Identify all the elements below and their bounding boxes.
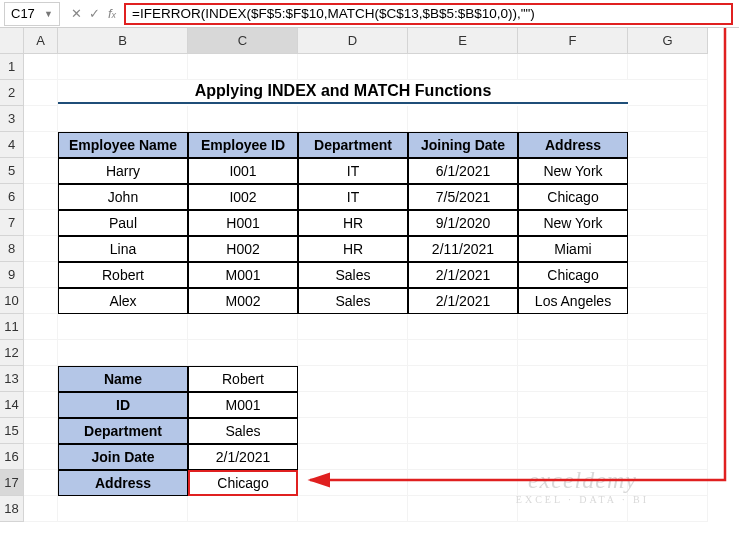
cell[interactable] <box>628 392 708 418</box>
lookup-value[interactable]: 2/1/2021 <box>188 444 298 470</box>
table-cell[interactable]: IT <box>298 158 408 184</box>
cell[interactable] <box>24 470 58 496</box>
row-head[interactable]: 12 <box>0 340 24 366</box>
table-cell[interactable]: New York <box>518 210 628 236</box>
cell[interactable] <box>24 184 58 210</box>
table-cell[interactable]: HR <box>298 210 408 236</box>
name-box[interactable]: C17 ▼ <box>4 2 60 26</box>
cell[interactable] <box>408 418 518 444</box>
lookup-value[interactable]: Sales <box>188 418 298 444</box>
cell[interactable] <box>188 496 298 522</box>
row-head[interactable]: 10 <box>0 288 24 314</box>
cell[interactable] <box>628 288 708 314</box>
cell[interactable] <box>188 106 298 132</box>
table-cell[interactable]: Sales <box>298 262 408 288</box>
row-head[interactable]: 16 <box>0 444 24 470</box>
table-cell[interactable]: Los Angeles <box>518 288 628 314</box>
row-head[interactable]: 2 <box>0 80 24 106</box>
table-cell[interactable]: M001 <box>188 262 298 288</box>
cell[interactable] <box>408 340 518 366</box>
table-header[interactable]: Employee Name <box>58 132 188 158</box>
row-head[interactable]: 14 <box>0 392 24 418</box>
cell[interactable] <box>408 444 518 470</box>
cell[interactable] <box>298 366 408 392</box>
cell[interactable] <box>518 366 628 392</box>
cell[interactable] <box>408 366 518 392</box>
row-head[interactable]: 15 <box>0 418 24 444</box>
table-cell[interactable]: Paul <box>58 210 188 236</box>
cell[interactable] <box>24 236 58 262</box>
table-cell[interactable]: 2/1/2021 <box>408 262 518 288</box>
col-head-b[interactable]: B <box>58 28 188 54</box>
cell[interactable] <box>518 54 628 80</box>
row-head[interactable]: 8 <box>0 236 24 262</box>
cell[interactable] <box>298 496 408 522</box>
table-cell[interactable]: 2/11/2021 <box>408 236 518 262</box>
table-header[interactable]: Address <box>518 132 628 158</box>
table-header[interactable]: Joining Date <box>408 132 518 158</box>
cell[interactable] <box>188 340 298 366</box>
cell[interactable] <box>298 314 408 340</box>
cell[interactable] <box>518 392 628 418</box>
table-cell[interactable]: Chicago <box>518 262 628 288</box>
table-cell[interactable]: 2/1/2021 <box>408 288 518 314</box>
cell[interactable] <box>298 418 408 444</box>
cell[interactable] <box>628 314 708 340</box>
cell[interactable] <box>628 80 708 106</box>
cell[interactable] <box>628 158 708 184</box>
row-head[interactable]: 11 <box>0 314 24 340</box>
table-header[interactable]: Department <box>298 132 408 158</box>
row-head[interactable]: 7 <box>0 210 24 236</box>
row-head[interactable]: 5 <box>0 158 24 184</box>
cell[interactable] <box>408 54 518 80</box>
lookup-value[interactable]: M001 <box>188 392 298 418</box>
table-cell[interactable]: Alex <box>58 288 188 314</box>
cell[interactable] <box>408 496 518 522</box>
row-head[interactable]: 17 <box>0 470 24 496</box>
row-head[interactable]: 6 <box>0 184 24 210</box>
cell[interactable] <box>298 392 408 418</box>
cell[interactable] <box>298 54 408 80</box>
cell[interactable] <box>24 496 58 522</box>
chevron-down-icon[interactable]: ▼ <box>44 9 53 19</box>
lookup-value[interactable]: Robert <box>188 366 298 392</box>
cell[interactable] <box>628 210 708 236</box>
cell[interactable] <box>24 366 58 392</box>
table-cell[interactable]: IT <box>298 184 408 210</box>
cell[interactable] <box>518 106 628 132</box>
table-cell[interactable]: H001 <box>188 210 298 236</box>
col-head-d[interactable]: D <box>298 28 408 54</box>
table-cell[interactable]: M002 <box>188 288 298 314</box>
table-cell[interactable]: Robert <box>58 262 188 288</box>
active-cell-c17[interactable]: Chicago <box>188 470 298 496</box>
table-cell[interactable]: Sales <box>298 288 408 314</box>
col-head-f[interactable]: F <box>518 28 628 54</box>
table-cell[interactable]: Harry <box>58 158 188 184</box>
cell[interactable] <box>628 54 708 80</box>
table-cell[interactable]: H002 <box>188 236 298 262</box>
table-cell[interactable]: Chicago <box>518 184 628 210</box>
select-all-corner[interactable] <box>0 28 24 54</box>
lookup-label[interactable]: Address <box>58 470 188 496</box>
cell[interactable] <box>188 54 298 80</box>
cell[interactable] <box>628 262 708 288</box>
lookup-label[interactable]: Join Date <box>58 444 188 470</box>
cell[interactable] <box>24 106 58 132</box>
cell[interactable] <box>628 132 708 158</box>
table-cell[interactable]: I001 <box>188 158 298 184</box>
cell[interactable] <box>24 158 58 184</box>
cell[interactable] <box>58 314 188 340</box>
cell[interactable] <box>298 470 408 496</box>
cell[interactable] <box>298 340 408 366</box>
table-cell[interactable]: HR <box>298 236 408 262</box>
cell[interactable] <box>24 314 58 340</box>
title-cell[interactable]: Applying INDEX and MATCH Functions <box>58 80 628 106</box>
lookup-label[interactable]: ID <box>58 392 188 418</box>
spreadsheet-grid[interactable]: A B C D E F G 1 2 Applying INDEX and MAT… <box>0 28 739 522</box>
cell[interactable] <box>24 210 58 236</box>
table-cell[interactable]: 6/1/2021 <box>408 158 518 184</box>
cell[interactable] <box>58 54 188 80</box>
table-cell[interactable]: 7/5/2021 <box>408 184 518 210</box>
table-header[interactable]: Employee ID <box>188 132 298 158</box>
cell[interactable] <box>58 496 188 522</box>
